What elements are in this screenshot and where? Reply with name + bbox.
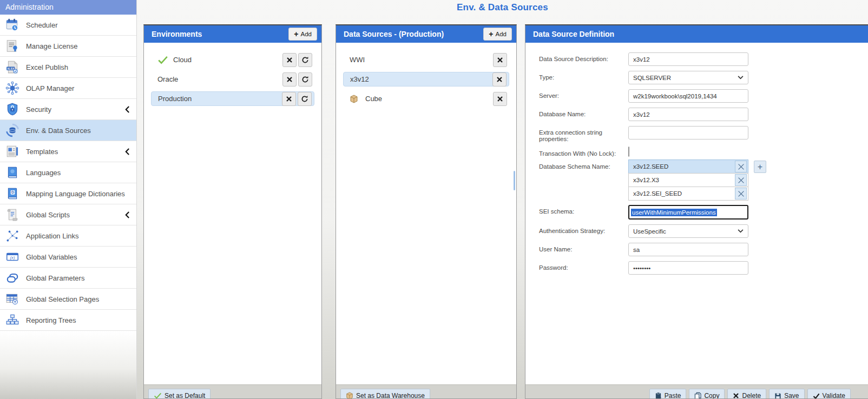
sidebar-item-env-data-sources[interactable]: Env. & Data Sources	[0, 120, 136, 141]
sidebar-item-label: Languages	[26, 169, 136, 177]
transaction-nolock-checkbox[interactable]	[628, 147, 629, 157]
environment-row-oracle[interactable]: Oracle	[151, 72, 314, 87]
templates-icon	[5, 144, 19, 159]
x-icon	[738, 163, 745, 170]
definition-panel-title: Data Source Definition	[533, 30, 864, 38]
environment-row-production[interactable]: Production	[151, 91, 314, 106]
set-as-data-warehouse-button[interactable]: Set as Data Warehouse	[340, 389, 430, 399]
form-row-auth-strategy: Authentication Strategy: UseSpecific	[539, 224, 861, 238]
delete-data-source-button[interactable]	[493, 53, 507, 67]
security-icon	[5, 102, 19, 117]
save-label: Save	[784, 392, 799, 399]
add-environment-button[interactable]: + Add	[288, 28, 317, 41]
form-row-type: Type: SQLSERVER	[539, 71, 861, 84]
data-sources-panel-header: Data Sources - (Production) + Add	[336, 25, 516, 43]
sidebar-item-global-scripts[interactable]: Global Scripts	[0, 204, 136, 225]
data-source-row-x3v12[interactable]: x3v12	[343, 72, 509, 87]
sidebar-item-reporting-trees[interactable]: Reporting Trees	[0, 310, 136, 331]
server-input[interactable]	[628, 89, 748, 103]
paste-label: Paste	[665, 392, 681, 399]
schema-name: x3v12.X3	[633, 177, 735, 183]
default-check-icon	[157, 56, 169, 64]
delete-environment-button[interactable]	[282, 53, 297, 67]
delete-button[interactable]: Delete	[727, 389, 766, 399]
schema-row[interactable]: x3v12.SEED	[628, 159, 748, 174]
sidebar-item-application-links[interactable]: Application Links	[0, 225, 136, 247]
sidebar-item-scheduler[interactable]: Scheduler	[0, 15, 136, 36]
description-input[interactable]	[628, 52, 748, 66]
type-select[interactable]: SQLSERVER	[628, 71, 748, 84]
sidebar-item-label: Security	[26, 105, 125, 114]
remove-schema-button[interactable]	[735, 188, 747, 200]
env-data-sources-icon	[5, 123, 19, 138]
validate-button[interactable]: Validate	[807, 389, 851, 399]
form-row-sei-schema: SEI schema: userWithMinimumPermissions	[539, 205, 861, 220]
languages-icon	[5, 165, 19, 180]
delete-data-source-button[interactable]	[493, 92, 507, 106]
paste-button[interactable]: Paste	[649, 389, 687, 399]
sidebar-item-excel-publish[interactable]: XLSX Excel Publish	[0, 57, 136, 78]
sidebar-item-mapping-language-dictionaries[interactable]: D Mapping Language Dictionaries	[0, 183, 136, 204]
environments-panel-header: Environments + Add	[144, 25, 321, 43]
add-button-label: Add	[496, 31, 507, 37]
sidebar-item-security[interactable]: Security	[0, 99, 136, 120]
sidebar-item-label: Templates	[26, 148, 125, 156]
form-row-description: Data Source Description:	[539, 52, 861, 66]
add-data-source-button[interactable]: + Add	[483, 28, 512, 41]
set-as-default-button[interactable]: Set as Default	[148, 389, 211, 399]
sei-schema-selected-text: userWithMinimumPermissions	[631, 209, 717, 216]
sidebar-item-manage-license[interactable]: Manage License	[0, 36, 136, 57]
refresh-environment-button[interactable]	[298, 53, 312, 67]
global-parameters-icon	[5, 271, 19, 285]
delete-data-source-button[interactable]	[492, 72, 507, 87]
scrollbar-thumb[interactable]	[514, 171, 515, 190]
form-row-extra-properties: Extra connection string properties:	[539, 126, 861, 142]
form-row-server: Server:	[539, 89, 861, 103]
sidebar-item-global-parameters[interactable]: Global Parameters	[0, 268, 136, 289]
sidebar-item-languages[interactable]: Languages	[0, 162, 136, 183]
sidebar-item-global-variables[interactable]: (x) Global Variables	[0, 247, 136, 268]
field-label: User Name:	[539, 243, 628, 252]
user-name-input[interactable]	[628, 243, 748, 256]
environment-row-cloud[interactable]: Cloud	[151, 52, 314, 67]
environment-name: Production	[158, 95, 280, 103]
save-button[interactable]: Save	[769, 389, 804, 399]
refresh-environment-button[interactable]	[298, 72, 312, 87]
extra-properties-input[interactable]	[628, 126, 748, 139]
definition-form: Data Source Description: Type: SQLSERVER…	[525, 44, 868, 384]
sidebar-item-label: Global Parameters	[26, 274, 136, 282]
auth-strategy-select[interactable]: UseSpecific	[628, 224, 748, 238]
chevron-left-icon	[125, 211, 130, 218]
field-label: Extra connection string properties:	[539, 126, 628, 142]
add-schema-button[interactable]: +	[754, 161, 766, 173]
set-as-default-label: Set as Default	[165, 392, 205, 399]
sidebar-item-templates[interactable]: Templates	[0, 141, 136, 162]
field-label: Authentication Strategy:	[539, 224, 628, 234]
remove-schema-button[interactable]	[735, 174, 747, 186]
schema-row[interactable]: x3v12.SEI_SEED	[628, 187, 748, 201]
delete-environment-button[interactable]	[282, 92, 296, 106]
chevron-left-icon	[125, 106, 130, 113]
data-source-row-cube[interactable]: Cube	[343, 91, 509, 106]
save-icon	[774, 393, 781, 399]
svg-text:XLSX: XLSX	[7, 67, 15, 70]
delete-environment-button[interactable]	[282, 72, 297, 87]
x-icon	[286, 96, 292, 102]
data-source-name: x3v12	[350, 75, 491, 83]
password-input[interactable]	[628, 261, 748, 275]
environments-panel: Environments + Add Cloud Oracle Producti…	[143, 24, 322, 399]
remove-schema-button[interactable]	[735, 161, 747, 172]
form-row-user-name: User Name:	[539, 243, 861, 256]
environments-list: Cloud Oracle Production	[144, 44, 321, 384]
refresh-environment-button[interactable]	[298, 92, 312, 106]
cube-icon	[346, 392, 353, 399]
chevron-down-icon	[738, 229, 744, 233]
copy-button[interactable]: Copy	[689, 389, 725, 399]
sidebar-item-global-selection-pages[interactable]: Global Selection Pages	[0, 289, 136, 310]
data-source-row-wwi[interactable]: WWI	[343, 52, 509, 67]
database-name-input[interactable]	[628, 108, 748, 121]
sidebar-item-label: Scheduler	[26, 21, 136, 29]
schema-row[interactable]: x3v12.X3	[628, 173, 748, 187]
sei-schema-input[interactable]: userWithMinimumPermissions	[628, 205, 748, 220]
sidebar-item-olap-manager[interactable]: OLAP Manager	[0, 78, 136, 99]
